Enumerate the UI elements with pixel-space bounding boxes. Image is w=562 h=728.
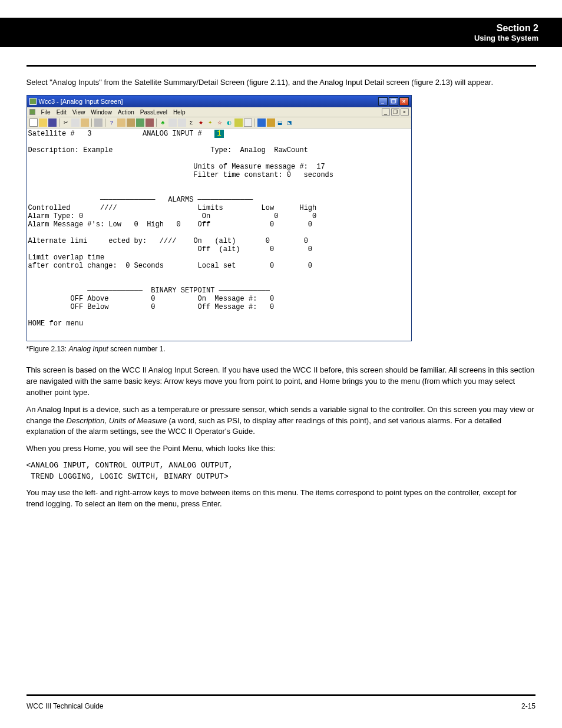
overlap-value[interactable]: 0: [125, 262, 130, 270]
section-subtitle: Using the System: [474, 34, 538, 42]
off-msg-label: Off Message #:: [198, 303, 257, 311]
description-label: Description:: [28, 146, 79, 154]
separator-icon: [156, 118, 157, 127]
cut-icon[interactable]: ✂: [62, 118, 70, 127]
overlap-label1: Limit overlap time: [28, 253, 105, 262]
header-rule: [27, 65, 536, 67]
localset-low[interactable]: 0: [270, 262, 274, 270]
on-high[interactable]: 0: [312, 212, 316, 220]
overlap-label2: after control change:: [28, 262, 117, 270]
menu-window[interactable]: Window: [91, 109, 112, 116]
alt-off-high[interactable]: 0: [308, 245, 312, 253]
footer-rule: [27, 694, 535, 696]
menu-file[interactable]: File: [41, 109, 51, 116]
figure-caption: *Figure 2.13: Analog Input screen number…: [27, 345, 536, 353]
analog-input-num[interactable]: 1: [214, 130, 223, 138]
tool-icon[interactable]: ♣: [159, 118, 167, 127]
mdi-minimize-button[interactable]: _: [382, 108, 390, 116]
menu-help[interactable]: Help: [173, 109, 186, 116]
client-area: Satellite # 3 ANALOG INPUT # 1 Descripti…: [27, 129, 411, 341]
separator-icon: [254, 118, 255, 127]
tool-icon[interactable]: [146, 118, 154, 127]
paragraph-3: When you press Home, you will see the Po…: [27, 443, 536, 454]
off-below-label: OFF Below: [71, 303, 109, 311]
alarm-msg-low[interactable]: 0: [134, 220, 138, 229]
on-msg-label: On Message #:: [198, 295, 257, 303]
menu-view[interactable]: View: [72, 109, 85, 116]
off-low[interactable]: 0: [270, 220, 274, 229]
menu-edit[interactable]: Edit: [57, 109, 67, 116]
on-low[interactable]: 0: [274, 212, 278, 220]
filter-value[interactable]: 0: [287, 171, 291, 179]
mdi-close-button[interactable]: ×: [401, 108, 409, 116]
copy-icon[interactable]: [71, 118, 80, 127]
figure-name: Analog Input: [69, 345, 108, 353]
units-value[interactable]: 17: [316, 163, 325, 171]
localset-high[interactable]: 0: [308, 262, 312, 270]
on-msg-value[interactable]: 0: [270, 295, 274, 303]
tool-icon[interactable]: ★: [197, 118, 205, 127]
description-value[interactable]: Example: [83, 146, 113, 154]
tool-icon[interactable]: ☆: [216, 118, 224, 127]
tool-icon[interactable]: ◐: [225, 118, 233, 127]
tool-icon[interactable]: ⬔: [286, 118, 294, 127]
tool-icon[interactable]: Σ: [187, 118, 196, 127]
save-icon[interactable]: [48, 118, 57, 127]
body-text: This screen is based on the WCC II Analo…: [27, 365, 536, 509]
alt-label: Alternate limi ected by:: [28, 237, 147, 245]
page-content: Select "Analog Inputs" from the Satellit…: [27, 77, 536, 509]
paragraph-2-em: Description, Units of Measure: [66, 416, 167, 425]
maximize-button[interactable]: ❐: [389, 97, 398, 106]
paragraph-4: You may use the left- and right-arrow ke…: [27, 487, 536, 510]
off-high[interactable]: 0: [308, 220, 312, 229]
alarm-type-value[interactable]: 0: [79, 212, 83, 220]
controlled-value: ////: [100, 204, 117, 212]
tool-icon[interactable]: [178, 118, 186, 127]
menu-passlevel[interactable]: PassLevel: [140, 109, 167, 116]
home-label: HOME for menu: [28, 319, 84, 328]
window-titlebar: Wcc3 - [Analog Input Screen] _ ❐ ×: [27, 95, 411, 107]
paste-icon[interactable]: [81, 118, 89, 127]
off-below-value[interactable]: 0: [151, 303, 155, 311]
alarm-type-label: Alarm Type:: [28, 212, 75, 220]
menu-action[interactable]: Action: [118, 109, 134, 116]
alt-on-high[interactable]: 0: [304, 237, 308, 245]
paragraph-1: This screen is based on the WCC II Analo…: [27, 365, 536, 398]
help-icon[interactable]: ?: [108, 118, 116, 127]
alt-off-low[interactable]: 0: [270, 245, 274, 253]
open-icon[interactable]: [39, 118, 47, 127]
tool-icon[interactable]: [136, 118, 144, 127]
alt-on-low[interactable]: 0: [266, 237, 270, 245]
tool-icon[interactable]: [257, 118, 266, 127]
tool-icon[interactable]: [267, 118, 275, 127]
print-icon[interactable]: [94, 118, 103, 127]
toolbar: ✂ ? ♣ Σ ★ ✦ ☆ ◐ ⬓ ⬔: [27, 117, 411, 129]
tool-icon[interactable]: ⬓: [276, 118, 285, 127]
window-controls: _ ❐ ×: [378, 97, 409, 106]
tool-icon[interactable]: [117, 118, 125, 127]
tool-icon[interactable]: [168, 118, 177, 127]
separator-icon: [105, 118, 105, 127]
tool-icon[interactable]: [244, 118, 252, 127]
tool-icon[interactable]: [127, 118, 135, 127]
off-above-value[interactable]: 0: [151, 295, 155, 303]
minimize-button[interactable]: _: [378, 97, 388, 106]
off-label: Off: [198, 220, 211, 229]
section-title: Section 2: [474, 23, 538, 34]
alarms-header: ALARMS: [168, 196, 193, 204]
new-icon[interactable]: [29, 118, 38, 127]
off-msg-value[interactable]: 0: [270, 303, 274, 311]
figure-label: *Figure 2.13:: [27, 345, 67, 353]
tool-icon[interactable]: ✦: [206, 118, 214, 127]
type-label: Type:: [210, 146, 232, 154]
close-button[interactable]: ×: [399, 97, 409, 106]
satellite-label: Satellite #: [28, 130, 75, 138]
alt-on-label: On (alt): [193, 237, 236, 245]
high-header: High: [299, 204, 316, 212]
on-label: On: [202, 212, 210, 220]
tool-icon[interactable]: [234, 118, 243, 127]
overlap-units: Seconds: [134, 262, 164, 270]
alarm-msg-high[interactable]: 0: [177, 220, 181, 229]
localset-label: Local set: [198, 262, 236, 270]
mdi-restore-button[interactable]: ❐: [391, 108, 399, 116]
